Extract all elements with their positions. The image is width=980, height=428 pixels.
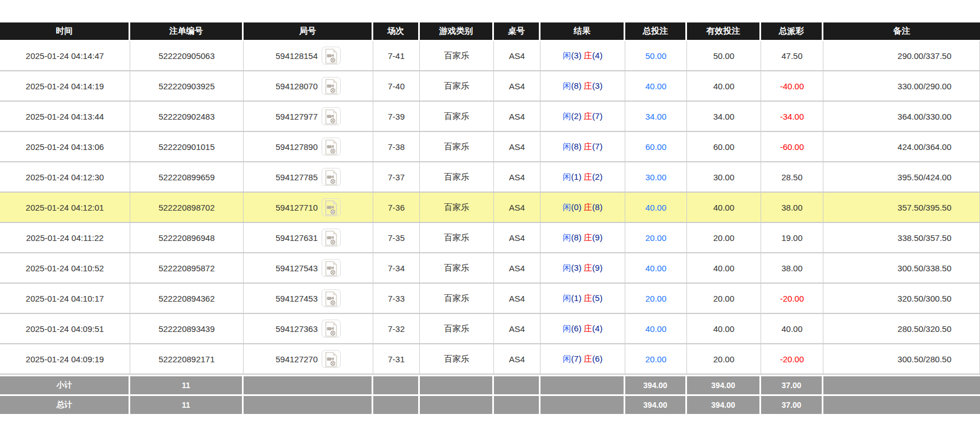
- bet-id-cell: 522220903925: [130, 71, 244, 102]
- time-cell: 2025-01-24 04:10:52: [0, 253, 130, 284]
- table-id-cell: AS4: [494, 193, 541, 223]
- total-bet-link[interactable]: 20.00: [645, 233, 667, 243]
- video-replay-button[interactable]: [322, 320, 341, 338]
- table-row: 2025-01-24 04:12:30522220899659594127785…: [0, 162, 980, 193]
- total-bet-link[interactable]: 30.00: [645, 172, 667, 182]
- col-header-game-type: 游戏类别: [420, 22, 494, 41]
- valid-bet-cell: 34.00: [687, 102, 761, 132]
- round-id: 594127785: [276, 172, 318, 182]
- banker-label: 庄: [584, 354, 592, 363]
- game-type-cell: 百家乐: [420, 253, 494, 284]
- round-cell: 594127543: [244, 253, 373, 284]
- player-score: (6): [571, 324, 581, 333]
- time-cell: 2025-01-24 04:09:51: [0, 314, 130, 344]
- session-cell: 7-33: [373, 284, 420, 314]
- video-file-icon: [324, 139, 338, 155]
- banker-label: 庄: [584, 233, 592, 242]
- valid-bet-cell: 20.00: [687, 344, 761, 375]
- footer-empty-cell: [420, 394, 494, 414]
- player-label: 闲: [563, 202, 571, 212]
- payout-cell: -40.00: [761, 71, 823, 102]
- table-row: 2025-01-24 04:10:52522220895872594127543…: [0, 253, 980, 284]
- video-replay-button[interactable]: [322, 259, 341, 277]
- banker-label: 庄: [584, 293, 592, 303]
- remark-cell: 300.50/280.50: [823, 344, 980, 375]
- session-cell: 7-40: [373, 71, 420, 102]
- total-bet-cell: 40.00: [625, 314, 687, 344]
- video-replay-button[interactable]: [322, 168, 341, 186]
- total-payout: 37.00: [761, 394, 823, 414]
- col-header-table-id: 桌号: [494, 22, 541, 41]
- video-replay-button[interactable]: [322, 138, 341, 156]
- session-cell: 7-34: [373, 253, 420, 284]
- banker-score: (6): [592, 354, 602, 363]
- total-bet-link[interactable]: 60.00: [645, 142, 667, 152]
- banker-score: (5): [592, 293, 602, 303]
- valid-bet-cell: 50.00: [687, 41, 761, 71]
- valid-bet-cell: 20.00: [687, 223, 761, 253]
- video-replay-button[interactable]: [322, 107, 341, 125]
- session-cell: 7-41: [373, 41, 420, 71]
- total-bet-link[interactable]: 40.00: [645, 324, 667, 334]
- total-bet-link[interactable]: 20.00: [645, 354, 667, 364]
- footer-empty-cell: [541, 375, 625, 394]
- bet-id-cell: 522220901015: [130, 132, 244, 162]
- video-replay-button[interactable]: [322, 350, 341, 368]
- footer-empty-cell: [244, 394, 373, 414]
- table-id-cell: AS4: [494, 71, 541, 102]
- session-cell: 7-39: [373, 102, 420, 132]
- banker-score: (3): [592, 81, 602, 90]
- bet-id-cell: 522220893439: [130, 314, 244, 344]
- banker-label: 庄: [584, 111, 592, 121]
- total-total-bet: 394.00: [625, 394, 687, 414]
- table-id-cell: AS4: [494, 102, 541, 132]
- banker-score: (7): [592, 111, 602, 121]
- footer-empty-cell: [823, 375, 980, 394]
- banker-label: 庄: [584, 324, 592, 333]
- video-replay-button[interactable]: [322, 198, 341, 216]
- total-bet-cell: 20.00: [625, 344, 687, 375]
- time-cell: 2025-01-24 04:13:44: [0, 102, 130, 132]
- total-bet-link[interactable]: 40.00: [645, 81, 667, 91]
- table-row: 2025-01-24 04:14:19522220903925594128070…: [0, 71, 980, 102]
- player-score: (3): [571, 51, 581, 60]
- video-replay-button[interactable]: [322, 289, 341, 307]
- video-replay-button[interactable]: [322, 229, 341, 247]
- player-score: (0): [571, 202, 581, 212]
- player-score: (3): [571, 263, 581, 272]
- banker-label: 庄: [584, 142, 592, 151]
- video-replay-button[interactable]: [322, 77, 341, 95]
- table-id-cell: AS4: [494, 162, 541, 193]
- video-file-icon: [324, 321, 338, 337]
- total-bet-link[interactable]: 40.00: [645, 263, 667, 273]
- banker-label: 庄: [584, 81, 592, 90]
- col-header-session: 场次: [373, 22, 420, 41]
- total-bet-link[interactable]: 40.00: [645, 203, 667, 212]
- table-id-cell: AS4: [494, 223, 541, 253]
- valid-bet-cell: 30.00: [687, 162, 761, 193]
- game-type-cell: 百家乐: [420, 162, 494, 193]
- footer-empty-cell: [541, 394, 625, 414]
- total-bet-cell: 20.00: [625, 223, 687, 253]
- table-row: 2025-01-24 04:12:01522220898702594127710…: [0, 193, 980, 223]
- video-file-icon: [324, 48, 338, 64]
- valid-bet-cell: 40.00: [687, 71, 761, 102]
- result-cell: 闲(3) 庄(4): [541, 41, 625, 71]
- total-bet-link[interactable]: 20.00: [645, 294, 667, 303]
- table-header: 时间 注单编号 局号 场次 游戏类别 桌号 结果 总投注 有效投注 总派彩 备注: [0, 22, 980, 41]
- total-bet-link[interactable]: 34.00: [645, 112, 667, 121]
- table-row: 2025-01-24 04:13:06522220901015594127890…: [0, 132, 980, 162]
- video-replay-button[interactable]: [322, 47, 341, 65]
- session-cell: 7-38: [373, 132, 420, 162]
- game-type-cell: 百家乐: [420, 193, 494, 223]
- game-type-cell: 百家乐: [420, 223, 494, 253]
- footer-empty-cell: [244, 375, 373, 394]
- remark-cell: 364.00/330.00: [823, 102, 980, 132]
- time-cell: 2025-01-24 04:10:17: [0, 284, 130, 314]
- time-cell: 2025-01-24 04:12:30: [0, 162, 130, 193]
- total-bet-link[interactable]: 50.00: [645, 51, 667, 61]
- payout-cell: -34.00: [761, 102, 823, 132]
- banker-score: (9): [592, 233, 602, 242]
- footer-empty-cell: [373, 375, 420, 394]
- remark-cell: 320.50/300.50: [823, 284, 980, 314]
